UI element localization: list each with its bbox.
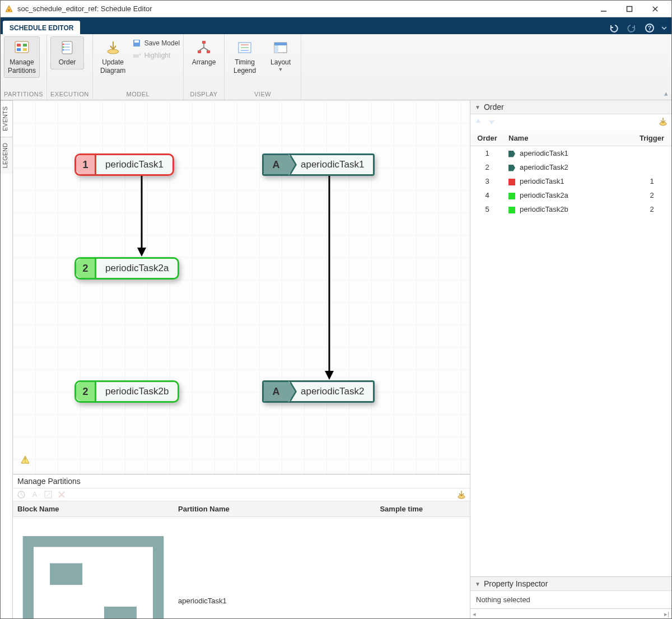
order-update-icon[interactable] xyxy=(658,117,668,128)
svg-rect-24 xyxy=(198,50,201,53)
table-row[interactable]: 2aperiodicTask2 xyxy=(470,160,671,174)
color-swatch xyxy=(508,193,515,199)
svg-text:A: A xyxy=(32,491,37,499)
svg-point-16 xyxy=(63,44,64,45)
svg-rect-11 xyxy=(23,48,27,51)
order-toolbar xyxy=(470,114,671,131)
help-dropdown-icon[interactable] xyxy=(661,22,667,34)
order-panel-title: Order xyxy=(484,103,504,111)
node-periodic-task2a[interactable]: 2 periodicTask2a xyxy=(74,257,179,280)
collapse-icon: ▼ xyxy=(475,104,480,110)
right-column: ▼ Order Order Name Trigger 1aperiodicTas… xyxy=(470,100,671,619)
move-down-icon[interactable] xyxy=(487,117,496,128)
maximize-button[interactable] xyxy=(617,1,642,17)
node-aperiodic-task2[interactable]: A aperiodicTask2 xyxy=(262,380,375,403)
svg-point-17 xyxy=(63,46,64,48)
col-partition-name[interactable]: Partition Name xyxy=(174,501,333,517)
timing-legend-icon xyxy=(236,39,253,56)
redo-button[interactable] xyxy=(626,22,638,34)
svg-rect-21 xyxy=(134,40,139,43)
manage-partitions-toolbar: A xyxy=(13,488,470,501)
main: EVENTS LEGEND 1 periodicTask1 2 periodic… xyxy=(1,100,671,619)
sidetab-legend[interactable]: LEGEND xyxy=(1,137,12,174)
order-table[interactable]: Order Name Trigger 1aperiodicTask12aperi… xyxy=(470,131,671,216)
diagram-canvas[interactable]: 1 periodicTask1 2 periodicTask2a 2 perio… xyxy=(13,100,470,474)
col-sample-time[interactable]: Sample time xyxy=(333,501,470,517)
node-label: periodicTask2a xyxy=(96,259,178,278)
order-button[interactable]: Order xyxy=(50,36,84,69)
table-row[interactable]: aperiodicTask1aperiodicTask1 xyxy=(13,517,470,620)
color-swatch xyxy=(508,179,515,185)
svg-line-3 xyxy=(653,7,657,11)
color-swatch xyxy=(508,207,515,213)
warning-icon[interactable]: ! xyxy=(21,455,30,466)
node-periodic-task2b[interactable]: 2 periodicTask2b xyxy=(74,380,179,403)
svg-rect-31 xyxy=(274,43,287,45)
col-trigger[interactable]: Trigger xyxy=(632,131,671,146)
layout-button[interactable]: Layout ▼ xyxy=(264,36,297,76)
minimize-button[interactable] xyxy=(591,1,617,17)
mp-tool3-icon[interactable] xyxy=(43,490,53,500)
timing-legend-label: Timing Legend xyxy=(234,58,256,75)
save-icon xyxy=(132,39,141,48)
side-tabs: EVENTS LEGEND xyxy=(1,100,13,619)
svg-rect-42 xyxy=(28,542,158,619)
arrange-button[interactable]: Arrange xyxy=(187,36,221,69)
highlight-label: Highlight xyxy=(144,52,171,59)
node-aperiodic-task1[interactable]: A aperiodicTask1 xyxy=(262,153,375,176)
update-icon xyxy=(105,39,122,56)
close-button[interactable] xyxy=(642,1,668,17)
color-swatch xyxy=(508,165,515,171)
mp-delete-icon[interactable] xyxy=(57,490,67,500)
svg-text:!: ! xyxy=(25,457,26,463)
svg-line-4 xyxy=(653,7,657,11)
order-panel-header[interactable]: ▼ Order xyxy=(470,100,671,114)
scroll-right-icon[interactable]: ▸| xyxy=(664,611,669,618)
node-label: periodicTask1 xyxy=(96,155,172,174)
svg-point-18 xyxy=(63,49,64,51)
manage-partitions-table[interactable]: Block Name Partition Name Sample time ap… xyxy=(13,501,470,619)
svg-rect-10 xyxy=(17,48,21,51)
collapse-icon: ▼ xyxy=(475,581,480,587)
node-number: 2 xyxy=(76,382,96,401)
highlight-button: Highlight xyxy=(132,51,180,60)
table-row[interactable]: 3periodicTask11 xyxy=(470,174,671,188)
save-model-button[interactable]: Save Model xyxy=(132,39,180,48)
mp-tool1-icon[interactable] xyxy=(16,490,26,500)
col-order[interactable]: Order xyxy=(470,131,504,146)
right-statusbar: ◂ ▸| xyxy=(470,608,671,619)
property-inspector-title: Property Inspector xyxy=(484,579,548,588)
node-label: aperiodicTask1 xyxy=(288,155,373,174)
svg-point-0 xyxy=(8,9,10,11)
group-display-caption: DISPLAY xyxy=(187,90,221,99)
manage-partitions-button[interactable]: Manage Partitions xyxy=(4,36,40,78)
save-model-label: Save Model xyxy=(144,39,180,47)
group-view-caption: VIEW xyxy=(228,90,297,99)
svg-rect-44 xyxy=(104,607,137,619)
col-block-name[interactable]: Block Name xyxy=(13,501,174,517)
move-up-icon[interactable] xyxy=(474,117,483,128)
node-number: 1 xyxy=(76,155,96,174)
help-button[interactable]: ? xyxy=(643,22,656,34)
mp-tool2-icon[interactable]: A xyxy=(30,490,40,500)
table-row[interactable]: 5periodicTask2b2 xyxy=(470,202,671,216)
timing-legend-button[interactable]: Timing Legend xyxy=(228,36,262,78)
update-diagram-button[interactable]: Update Diagram xyxy=(96,36,130,78)
property-inspector-header[interactable]: ▼ Property Inspector xyxy=(470,577,671,591)
node-periodic-task1[interactable]: 1 periodicTask1 xyxy=(74,153,174,176)
table-row[interactable]: 4periodicTask2a2 xyxy=(470,188,671,202)
window-title: soc_schedule_editor_ref: Schedule Editor xyxy=(17,4,591,13)
mp-update-icon[interactable] xyxy=(456,490,466,500)
sidetab-events[interactable]: EVENTS xyxy=(1,100,12,137)
ribbon-collapse-icon[interactable]: ▴ xyxy=(664,89,668,97)
undo-button[interactable] xyxy=(608,22,620,34)
titlebar: soc_schedule_editor_ref: Schedule Editor xyxy=(1,1,671,17)
order-icon xyxy=(59,39,76,56)
scroll-left-icon[interactable]: ◂ xyxy=(473,611,476,618)
layout-icon xyxy=(272,39,289,56)
svg-rect-22 xyxy=(133,54,139,58)
col-name[interactable]: Name xyxy=(504,131,632,146)
app-icon xyxy=(4,4,14,14)
table-row[interactable]: 1aperiodicTask1 xyxy=(470,146,671,161)
tab-schedule-editor[interactable]: SCHEDULE EDITOR xyxy=(3,21,80,34)
